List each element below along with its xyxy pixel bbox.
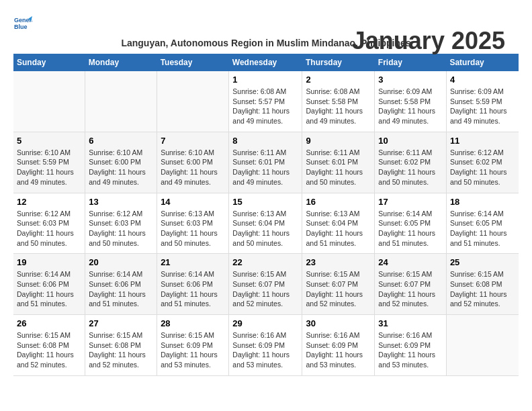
day-info: Sunrise: 6:15 AMSunset: 6:08 PMDaylight:… bbox=[89, 330, 153, 370]
calendar-day: 7Sunrise: 6:10 AMSunset: 6:00 PMDaylight… bbox=[157, 132, 229, 193]
calendar-day: 17Sunrise: 6:14 AMSunset: 6:05 PMDayligh… bbox=[375, 193, 447, 254]
day-info: Sunrise: 6:10 AMSunset: 6:00 PMDaylight:… bbox=[89, 148, 153, 187]
calendar-day: 25Sunrise: 6:15 AMSunset: 6:08 PMDayligh… bbox=[446, 254, 519, 315]
day-number: 21 bbox=[161, 257, 225, 267]
day-info: Sunrise: 6:09 AMSunset: 5:59 PMDaylight:… bbox=[450, 87, 515, 126]
day-info: Sunrise: 6:15 AMSunset: 6:08 PMDaylight:… bbox=[450, 269, 515, 309]
svg-text:General: General bbox=[14, 17, 32, 24]
day-info: Sunrise: 6:14 AMSunset: 6:05 PMDaylight:… bbox=[378, 209, 443, 248]
calendar-day: 14Sunrise: 6:13 AMSunset: 6:03 PMDayligh… bbox=[157, 193, 229, 254]
day-number: 16 bbox=[306, 197, 371, 207]
calendar-day bbox=[85, 71, 157, 132]
calendar-day: 5Sunrise: 6:10 AMSunset: 5:59 PMDaylight… bbox=[13, 132, 85, 193]
day-info: Sunrise: 6:14 AMSunset: 6:06 PMDaylight:… bbox=[89, 269, 153, 309]
day-number: 12 bbox=[17, 197, 81, 207]
calendar-day: 19Sunrise: 6:14 AMSunset: 6:06 PMDayligh… bbox=[13, 254, 85, 315]
calendar-day: 12Sunrise: 6:12 AMSunset: 6:03 PMDayligh… bbox=[13, 193, 85, 254]
calendar-day: 29Sunrise: 6:16 AMSunset: 6:09 PMDayligh… bbox=[229, 315, 302, 376]
logo-icon: General Blue bbox=[13, 13, 32, 32]
day-number: 30 bbox=[306, 318, 371, 328]
calendar-day: 26Sunrise: 6:15 AMSunset: 6:08 PMDayligh… bbox=[13, 315, 85, 376]
day-info: Sunrise: 6:10 AMSunset: 5:59 PMDaylight:… bbox=[17, 148, 81, 187]
day-info: Sunrise: 6:16 AMSunset: 6:09 PMDaylight:… bbox=[378, 330, 443, 370]
calendar-day: 2Sunrise: 6:08 AMSunset: 5:58 PMDaylight… bbox=[302, 71, 375, 132]
calendar-day: 20Sunrise: 6:14 AMSunset: 6:06 PMDayligh… bbox=[85, 254, 157, 315]
day-number: 1 bbox=[232, 75, 298, 85]
col-monday: Monday bbox=[85, 54, 157, 71]
col-saturday: Saturday bbox=[446, 54, 519, 71]
day-number: 8 bbox=[232, 136, 298, 146]
day-number: 17 bbox=[378, 197, 443, 207]
day-number: 20 bbox=[89, 257, 153, 267]
calendar-day: 1Sunrise: 6:08 AMSunset: 5:57 PMDaylight… bbox=[229, 71, 302, 132]
calendar-day: 27Sunrise: 6:15 AMSunset: 6:08 PMDayligh… bbox=[85, 315, 157, 376]
day-number: 13 bbox=[89, 197, 153, 207]
day-number: 11 bbox=[450, 136, 515, 146]
day-info: Sunrise: 6:13 AMSunset: 6:04 PMDaylight:… bbox=[232, 209, 298, 248]
day-number: 26 bbox=[17, 318, 81, 328]
title-section: January 2025 bbox=[352, 27, 505, 55]
day-info: Sunrise: 6:11 AMSunset: 6:01 PMDaylight:… bbox=[232, 148, 298, 187]
day-number: 6 bbox=[89, 136, 153, 146]
calendar-week-2: 5Sunrise: 6:10 AMSunset: 5:59 PMDaylight… bbox=[13, 132, 519, 193]
col-wednesday: Wednesday bbox=[229, 54, 302, 71]
day-info: Sunrise: 6:15 AMSunset: 6:07 PMDaylight:… bbox=[378, 269, 443, 309]
day-info: Sunrise: 6:16 AMSunset: 6:09 PMDaylight:… bbox=[232, 330, 298, 370]
calendar-day: 31Sunrise: 6:16 AMSunset: 6:09 PMDayligh… bbox=[375, 315, 447, 376]
day-info: Sunrise: 6:11 AMSunset: 6:01 PMDaylight:… bbox=[306, 148, 371, 187]
day-number: 31 bbox=[378, 318, 443, 328]
day-number: 18 bbox=[450, 197, 515, 207]
day-number: 25 bbox=[450, 257, 515, 267]
calendar-day: 15Sunrise: 6:13 AMSunset: 6:04 PMDayligh… bbox=[229, 193, 302, 254]
day-info: Sunrise: 6:13 AMSunset: 6:04 PMDaylight:… bbox=[306, 209, 371, 248]
calendar-day bbox=[13, 71, 85, 132]
day-info: Sunrise: 6:14 AMSunset: 6:06 PMDaylight:… bbox=[17, 269, 81, 309]
day-info: Sunrise: 6:10 AMSunset: 6:00 PMDaylight:… bbox=[161, 148, 225, 187]
calendar-day: 16Sunrise: 6:13 AMSunset: 6:04 PMDayligh… bbox=[302, 193, 375, 254]
day-number: 15 bbox=[232, 197, 298, 207]
top-area: General Blue January 2025 bbox=[13, 13, 519, 32]
day-number: 4 bbox=[450, 75, 515, 85]
calendar-day: 30Sunrise: 6:16 AMSunset: 6:09 PMDayligh… bbox=[302, 315, 375, 376]
day-info: Sunrise: 6:14 AMSunset: 6:06 PMDaylight:… bbox=[161, 269, 225, 309]
day-info: Sunrise: 6:15 AMSunset: 6:08 PMDaylight:… bbox=[17, 330, 81, 370]
calendar-week-3: 12Sunrise: 6:12 AMSunset: 6:03 PMDayligh… bbox=[13, 193, 519, 254]
day-info: Sunrise: 6:15 AMSunset: 6:07 PMDaylight:… bbox=[232, 269, 298, 309]
page-title: January 2025 bbox=[352, 27, 505, 55]
day-info: Sunrise: 6:09 AMSunset: 5:58 PMDaylight:… bbox=[378, 87, 443, 126]
day-info: Sunrise: 6:12 AMSunset: 6:03 PMDaylight:… bbox=[89, 209, 153, 248]
calendar-table: Sunday Monday Tuesday Wednesday Thursday… bbox=[13, 54, 519, 376]
day-number: 24 bbox=[378, 257, 443, 267]
day-number: 19 bbox=[17, 257, 81, 267]
calendar-week-1: 1Sunrise: 6:08 AMSunset: 5:57 PMDaylight… bbox=[13, 71, 519, 132]
day-number: 2 bbox=[306, 75, 371, 85]
day-number: 5 bbox=[17, 136, 81, 146]
day-info: Sunrise: 6:14 AMSunset: 6:05 PMDaylight:… bbox=[450, 209, 515, 248]
day-info: Sunrise: 6:13 AMSunset: 6:03 PMDaylight:… bbox=[161, 209, 225, 248]
calendar-week-4: 19Sunrise: 6:14 AMSunset: 6:06 PMDayligh… bbox=[13, 254, 519, 315]
calendar-day bbox=[446, 315, 519, 376]
calendar-day: 4Sunrise: 6:09 AMSunset: 5:59 PMDaylight… bbox=[446, 71, 519, 132]
calendar-day: 6Sunrise: 6:10 AMSunset: 6:00 PMDaylight… bbox=[85, 132, 157, 193]
day-number: 27 bbox=[89, 318, 153, 328]
day-number: 14 bbox=[161, 197, 225, 207]
calendar-day: 13Sunrise: 6:12 AMSunset: 6:03 PMDayligh… bbox=[85, 193, 157, 254]
svg-text:Blue: Blue bbox=[14, 24, 28, 30]
header-row: Sunday Monday Tuesday Wednesday Thursday… bbox=[13, 54, 519, 71]
calendar-day bbox=[157, 71, 229, 132]
day-number: 23 bbox=[306, 257, 371, 267]
calendar-day: 3Sunrise: 6:09 AMSunset: 5:58 PMDaylight… bbox=[375, 71, 447, 132]
day-number: 3 bbox=[378, 75, 443, 85]
day-info: Sunrise: 6:08 AMSunset: 5:58 PMDaylight:… bbox=[306, 87, 371, 126]
col-sunday: Sunday bbox=[13, 54, 85, 71]
calendar-day: 23Sunrise: 6:15 AMSunset: 6:07 PMDayligh… bbox=[302, 254, 375, 315]
day-number: 28 bbox=[161, 318, 225, 328]
day-number: 7 bbox=[161, 136, 225, 146]
calendar-day: 11Sunrise: 6:12 AMSunset: 6:02 PMDayligh… bbox=[446, 132, 519, 193]
day-info: Sunrise: 6:16 AMSunset: 6:09 PMDaylight:… bbox=[306, 330, 371, 370]
calendar-day: 18Sunrise: 6:14 AMSunset: 6:05 PMDayligh… bbox=[446, 193, 519, 254]
calendar-day: 10Sunrise: 6:11 AMSunset: 6:02 PMDayligh… bbox=[375, 132, 447, 193]
col-thursday: Thursday bbox=[302, 54, 375, 71]
day-number: 29 bbox=[232, 318, 298, 328]
day-info: Sunrise: 6:11 AMSunset: 6:02 PMDaylight:… bbox=[378, 148, 443, 187]
